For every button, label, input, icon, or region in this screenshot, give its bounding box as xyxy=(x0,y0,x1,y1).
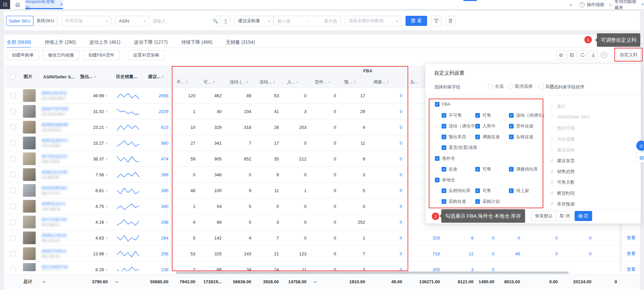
app-grid-button[interactable] xyxy=(0,0,10,9)
sort-icon[interactable]: ▲▼ xyxy=(387,81,389,83)
product-image-cell[interactable] xyxy=(23,167,40,182)
suggest-purchase-link[interactable]: 256 xyxy=(145,246,168,261)
product-image-cell[interactable] xyxy=(23,88,40,103)
search-button[interactable]: 搜 索 xyxy=(406,16,427,26)
suggest-purchase-link[interactable]: 399 xyxy=(145,167,168,182)
row-checkbox[interactable] xyxy=(5,167,20,182)
warehouse-value-cell[interactable]: 12 xyxy=(445,246,474,261)
checkbox-icon[interactable] xyxy=(10,251,15,256)
checkbox-checked-icon[interactable]: ✓ xyxy=(442,145,446,150)
checkbox-checked-icon[interactable]: ✓ xyxy=(442,167,446,172)
clear-trash-button[interactable] xyxy=(445,16,455,26)
row-checkbox[interactable] xyxy=(5,151,20,167)
select-all-checkbox[interactable] xyxy=(5,66,20,88)
field-item[interactable]: ✓头程在途 xyxy=(509,134,534,140)
column-header-5[interactable]: 建议...▲▼ xyxy=(148,66,172,88)
tab-0[interactable]: 全部 (5638) xyxy=(7,39,31,45)
row-checkbox[interactable] xyxy=(5,230,20,246)
field-item[interactable]: ✓调拨在途 xyxy=(475,134,500,140)
caret-down-icon[interactable]: ∨ xyxy=(105,125,108,129)
product-image-cell[interactable] xyxy=(23,230,40,246)
checkbox-icon[interactable] xyxy=(10,140,15,146)
sort-icon[interactable]: ▲▼ xyxy=(354,81,356,83)
checkbox-checked-icon[interactable]: ✓ xyxy=(442,113,446,118)
asin-sku-cell[interactable]: B07ZD4Q2C0C05-118-A xyxy=(42,151,76,167)
sub-column-header-10[interactable]: 入...▲▼ xyxy=(287,76,311,88)
checkbox-checked-icon[interactable]: ✓ xyxy=(442,124,446,129)
asin-sku-cell[interactable]: B09M2N8KMPUS-40133-2 xyxy=(42,119,76,135)
settings-button[interactable]: ⚙ xyxy=(556,50,566,60)
field-item[interactable]: ✓货件在途 xyxy=(509,123,534,129)
caret-down-icon[interactable]: ∨ xyxy=(105,94,108,98)
inventory-forecast-view-link[interactable]: 查看 xyxy=(622,262,640,271)
column-header-3[interactable]: 预估...▲▼ xyxy=(80,66,112,88)
search-icon[interactable]: 🔍 xyxy=(213,19,218,24)
warehouse-value-cell[interactable] xyxy=(596,246,617,261)
inventory-forecast-view-link[interactable]: 查看 xyxy=(622,230,640,246)
sorted-field-8[interactable]: ⠿断货时间 xyxy=(551,190,575,196)
asin-link[interactable]: B07Y52BY4R xyxy=(42,217,67,222)
asin-link[interactable]: B07ZD4Q2C0 xyxy=(42,154,67,159)
checkbox-checked-icon[interactable]: ✓ xyxy=(509,167,514,172)
product-image-cell[interactable] xyxy=(23,135,40,151)
suggest-purchase-link[interactable]: 615 xyxy=(145,119,168,135)
tab-close-icon[interactable]: ✕ xyxy=(60,2,63,7)
fba-value-cell[interactable]: 0 xyxy=(370,246,402,261)
asin-link[interactable]: B08HT5R7WD xyxy=(42,107,68,111)
drag-handle-icon[interactable]: ⠿ xyxy=(551,159,554,163)
suggest-purchase-link[interactable]: 340 xyxy=(145,198,168,214)
asin-sku-cell[interactable]: B07Y52BY4RBY-3352-C xyxy=(42,214,76,230)
checkbox-checked-icon[interactable]: ✓ xyxy=(435,156,440,161)
inventory-forecast-view-link[interactable]: 查看 xyxy=(622,246,640,261)
field-item[interactable]: ✓头程待出库 xyxy=(442,188,471,194)
field-item[interactable]: ✓退货/弃置/清算 xyxy=(442,145,477,151)
checkbox-checked-icon[interactable]: ✓ xyxy=(475,113,480,118)
asin-sku-cell[interactable]: B09XJ4K2PQGU-2201-BLK xyxy=(42,88,76,103)
checkbox-icon[interactable] xyxy=(10,156,15,161)
asin-sku-cell[interactable]: B0C2M4R7S8AW-10-552 xyxy=(42,262,76,271)
sub-column-header-6[interactable]: 不...▲▼ xyxy=(176,76,199,88)
sort-icon[interactable]: ▲▼ xyxy=(296,81,299,83)
suggest-purchase-link[interactable]: 560 xyxy=(145,135,168,151)
row-checkbox[interactable] xyxy=(5,104,20,119)
sort-icon[interactable]: ▲▼ xyxy=(94,75,96,78)
warehouse-value-cell[interactable]: 0 xyxy=(478,246,494,261)
checkbox-checked-icon[interactable]: ✓ xyxy=(509,113,514,118)
row-checkbox[interactable] xyxy=(5,214,20,230)
field-item[interactable]: ✓可售 xyxy=(475,166,491,172)
fba-value-cell[interactable]: 0 xyxy=(370,135,402,151)
fba-value-cell[interactable]: 0 xyxy=(370,214,402,230)
guide-link[interactable]: ? 操作指南 xyxy=(579,0,604,9)
sorted-field-6[interactable]: ⠿销售趋势 xyxy=(551,169,575,175)
checkbox-checked-icon[interactable]: ✓ xyxy=(442,188,446,193)
checkbox-icon[interactable] xyxy=(10,235,15,241)
tab-1[interactable]: 持续上升 (280) xyxy=(44,39,76,45)
row-checkbox[interactable] xyxy=(5,183,20,198)
warehouse-value-cell[interactable] xyxy=(562,262,591,271)
product-image-cell[interactable] xyxy=(23,262,40,271)
fba-value-cell[interactable]: 0 xyxy=(370,151,402,167)
action-button-2[interactable]: 创建FBA货件 xyxy=(83,50,119,60)
refresh-button[interactable] xyxy=(578,50,587,60)
field-item[interactable]: ✓冻结（待调仓） xyxy=(509,112,547,118)
checkbox-icon[interactable] xyxy=(10,124,15,130)
row-checkbox[interactable] xyxy=(5,198,20,214)
row-checkbox[interactable] xyxy=(5,262,20,271)
asin-sku-cell[interactable]: B09P3L6LK1LKD-402-B xyxy=(42,198,76,214)
checkbox-checked-icon[interactable]: ✓ xyxy=(509,135,514,139)
warehouse-value-cell[interactable]: 0 xyxy=(478,230,494,246)
checkbox-icon[interactable] xyxy=(10,74,15,79)
product-image-cell[interactable] xyxy=(23,183,40,198)
column-header-1[interactable]: 图片 xyxy=(24,66,39,88)
search-input[interactable] xyxy=(149,16,213,26)
radio-1[interactable]: 取消选择 xyxy=(508,83,533,89)
filter-funnel-button[interactable] xyxy=(431,16,441,26)
favorites-menu[interactable]: ☆ 常用功能收藏夹 ▼ xyxy=(608,0,644,9)
checkbox-checked-icon[interactable]: ✓ xyxy=(435,178,440,182)
caret-down-icon[interactable]: ∨ xyxy=(105,110,108,113)
fba-value-cell[interactable]: 0 xyxy=(370,167,402,182)
fba-value-cell[interactable]: 0 xyxy=(370,119,402,135)
warehouse-value-cell[interactable]: 0 xyxy=(562,230,591,246)
sort-icon[interactable]: ▲▼ xyxy=(213,81,215,83)
warehouse-value-cell[interactable]: 3 xyxy=(445,262,474,271)
